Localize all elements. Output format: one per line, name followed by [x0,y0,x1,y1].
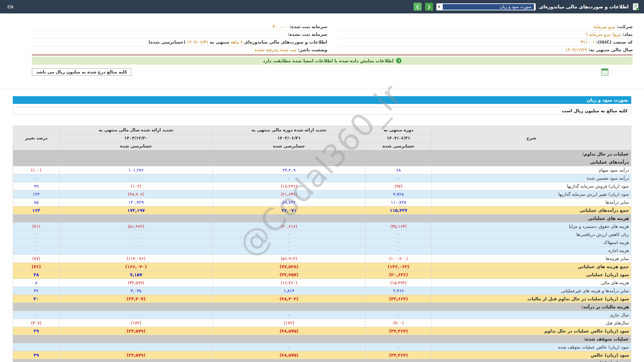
table-row: سود (زیان) تغییر ارزش سرمایه گذاریها۴,۷۲… [13,190,631,198]
value-cell: (۲۰,۶۳۶) [366,271,432,279]
report-select-value: صورت سود و زیان [443,4,534,10]
row-description: سایر درآمدها [432,198,631,206]
cell-value: (۵۱,۹۶۴) [128,224,144,229]
value-cell: ۰ [213,343,366,351]
symbol-value: نیرو( نیرو سرمایه ) [586,32,621,37]
row-description: سال جاری [432,311,631,319]
isic-row: کد صنعت (ISIC): ۳۱۱۰۰۱ [337,39,633,46]
cell-value: (۱۶,۷۶۰) [281,280,297,285]
registered-capital-label: سرمایه ثبت شده: [289,24,327,29]
value-cell: ۱۲۰,۹۲۹ [60,198,213,206]
unregistered-capital-value: ۰ [284,32,286,37]
fiscal-year-value: ۱۴۰۴/۱۲/۲۹ [565,47,587,52]
row-description: هزینه های مالی [432,279,631,287]
value-cell: (۴۸,۴۰۳) [213,295,366,303]
cell-value: ۱۱۵,۴۲۷ [390,208,408,213]
report-select[interactable]: صورت سود و زیان ▼ [436,3,536,10]
cell-value: ۰ [35,176,38,181]
change-percent-cell: ۲۹ [13,327,60,335]
cell-value: ۱۶۲ [32,208,40,213]
cell-value: (۱۰۲) [131,184,141,189]
value-cell: (۱۰۲) [60,182,213,190]
value-cell: ۰ [366,247,432,255]
cell-value: ۲۹ [34,353,39,358]
period-prefix: اطلاعات و صورت‌های مالی میاندوره‌ای [244,40,327,45]
cell-value: ۰ [397,240,400,245]
col-header-current-period-audit: حسابرسی شده [366,142,432,150]
col-header-change-percent: درصد تغییر [13,126,60,150]
language-toggle[interactable]: EN [7,4,13,9]
period-info-row: اطلاعات و صورت‌های مالی میاندوره‌ای ۶ ما… [32,39,327,46]
value-cell: ۴۴,۰۷۱ [213,206,366,215]
cell-value: ۰ [135,176,137,181]
change-percent-cell: (۷۷) [13,255,60,263]
fiscal-year-row: سال مالی منتهی به: ۱۴۰۴/۱۲/۲۹ [337,46,633,54]
unregistered-capital-row: سرمایه ثبت نشده: ۰ [32,31,327,39]
cell-value: ۰ [135,232,137,237]
change-percent-cell: ۹۹ [13,182,60,190]
table-row: هزینه استهلاک۰۰۰۰ [13,239,631,247]
table-row: جمع هزینه های عملیاتی(۱۳۶,۰۶۳)(۷۷,۵۲۸)(۱… [13,263,631,271]
value-cell: (۷۷,۵۲۸) [213,263,366,271]
change-percent-cell: ۳۸ [13,271,60,279]
value-cell: ۰ [60,231,213,239]
value-cell: (۳۴,۳۶۴) [366,351,432,359]
topbar: اطلاعات و صورت‌های مالی میاندوره‌ای صورت… [0,0,644,13]
cell-value: ۰ [135,312,137,317]
value-cell: ۷,۱۵۷ [60,271,213,279]
table-row: سایر هزینه‌ها(۱۰۰,۹۰۰)(۵۶,۹۱۲)(۱۱۴,۰۷۶)(… [13,255,631,263]
value-cell: ۱۷۳,۱۹۷ [60,206,213,215]
row-description: زیان کاهش ارزش دریافتنی‌ها [432,231,631,239]
cell-value: ۰ [397,312,400,317]
section-divider [0,88,644,89]
cell-value: (۲۰,۶۳۶) [389,272,408,277]
change-percent-cell: ۰ [13,231,60,239]
value-cell: ۱۰۱,۲۷۶ [60,166,213,174]
cell-value: (۲۰,۶۱۶) [281,224,297,229]
change-percent-cell: ۰ [13,247,60,255]
table-row: درآمد سود سهام۶۸۲۴,۲۰۹۱۰۱,۲۷۶(۱۰۰) [13,166,631,174]
value-cell: ۰ [366,239,432,247]
nav-previous-button[interactable]: ❮ [425,3,433,11]
page-title: اطلاعات و صورت‌های مالی میاندوره‌ای [539,4,629,9]
table-row: سال جاری۰۰۰۰ [13,311,631,319]
value-cell: ۵۹,۷۴۴ [213,198,366,206]
value-cell: ۰ [366,174,432,182]
cell-value: (۳۵,۱۶۳) [390,224,407,229]
col-header-restated-period-title: تجدید ارائه شده دوره مالی منتهی به [213,126,366,134]
table-row: سود (زیان) خالص عملیات متوقف شده۰۰۰ [13,343,631,351]
value-cell: ۰ [60,174,213,182]
cell-value: (۳۳,۴۵۷) [279,272,299,277]
value-cell: ۴,۰۳۵ [60,287,213,295]
cell-value: ۰ [35,248,38,253]
value-cell: ۰ [60,311,213,319]
signature-notice-text: اطلاعات نمایش داده شده با اطلاعات امضا ش… [263,58,394,63]
row-description: هزینه استهلاک [432,239,631,247]
section-label: عملیات در حال تداوم: [13,150,631,158]
change-percent-cell: (۳۰۷) [13,319,60,327]
excel-export-button[interactable] [601,68,608,76]
cell-value: (۷۶) [32,264,41,269]
cell-value: (۲۳,۴۰۷) [126,296,146,301]
cell-value: ۰ [397,248,400,253]
value-cell: (۱۶۶,۰۴۰) [60,263,213,271]
company-row: شرکت: نیرو سرمایه [337,23,633,31]
cell-value: ۱,۸۱۴ [283,288,294,293]
row-description: سود (زیان) خالص عملیات در حال تداوم [432,327,631,335]
header-date: ۱۴۰۳/۰۶/۳۱ [277,135,301,140]
cell-value: ۰ [135,248,137,253]
row-description: هزینه های حقوق، دستمزد و مزایا [432,223,631,231]
cell-value: (۷۷,۵۲۸) [279,264,299,269]
cell-value: ۰ [397,345,400,350]
nav-next-button[interactable]: ❯ [414,3,422,11]
cell-value: (۱۵,۴۹۴) [390,280,407,285]
period-audit-state: (حسابرسی شده) [148,40,185,45]
isic-value: ۳۱۱۰۰۱ [581,40,595,45]
cell-value: ۰ [35,240,38,245]
value-cell: (۹۷) [366,182,432,190]
change-percent-cell: (۱۰۰) [13,166,60,174]
value-cell: ۰ [213,174,366,182]
cell-value: (۲۱,۶۳۶) [281,192,297,197]
cell-value: (۳۴,۳۶۴) [389,353,408,358]
row-description: جمع درآمدهای عملیاتی [432,206,631,215]
